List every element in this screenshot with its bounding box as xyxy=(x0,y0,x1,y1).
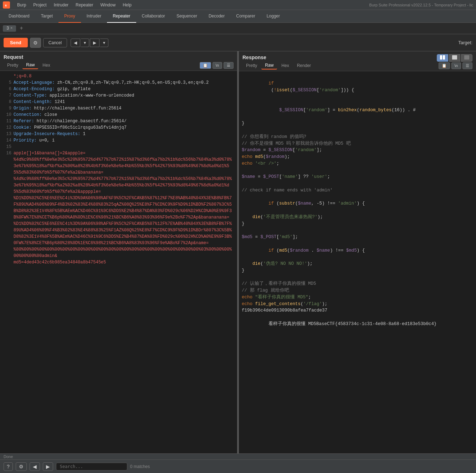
next-match-button[interactable]: ▶ xyxy=(43,462,53,471)
next-button[interactable]: ▶ xyxy=(90,38,99,47)
req-line-7: 7 Content-Type: application/x-www-form-u… xyxy=(3,92,234,99)
response-view-buttons xyxy=(437,54,472,62)
resp-line-empty3 xyxy=(242,180,473,187)
resp-line-comment5: // 那 flag 就给你吧 xyxy=(242,287,473,294)
response-tab-pretty[interactable]: Pretty xyxy=(242,62,261,69)
request-tabs: Pretty Raw Hex 📋 \n ☰ xyxy=(4,61,234,69)
req-line-body2: %4d%c9%68%ff%0e%e3%5c%20%95%72%d4%77%7b%… xyxy=(3,176,234,195)
resp-line-die1: die('不是管理员也来凑热闹?'); xyxy=(242,214,473,221)
tab-comparer[interactable]: Comparer xyxy=(230,10,261,23)
tab-repeater[interactable]: Repeater xyxy=(107,10,136,23)
svg-rect-2 xyxy=(440,55,442,60)
tab-decoder[interactable]: Decoder xyxy=(203,10,230,23)
menu-burp[interactable]: Burp xyxy=(14,1,30,9)
resp-line-comment3: // check if name ends with 'admin' xyxy=(242,187,473,194)
resp-line-comment4: // 认输了，看样子你真的很懂 MD5 xyxy=(242,281,473,287)
menu-help[interactable]: Help xyxy=(119,1,135,9)
request-tab-pretty[interactable]: Pretty xyxy=(4,62,22,69)
req-line-body6: md5=4ded43c42c6b985ea34840a8b47545e5 xyxy=(3,259,234,266)
request-icon-menu[interactable]: ☰ xyxy=(224,62,234,69)
resp-line-echo3: echo "看样子你真的很懂 MD5"; xyxy=(242,294,473,301)
cancel-button[interactable]: Cancel xyxy=(43,38,67,47)
response-panel: Response Pretty Raw Hex Render xyxy=(239,51,476,456)
target-label: Target: xyxy=(458,40,472,45)
resp-line-3: } xyxy=(242,120,473,127)
settings-bottom-button[interactable]: ⚙ xyxy=(16,462,27,471)
request-tab-hex[interactable]: Hex xyxy=(39,62,53,69)
response-icon-ln[interactable]: \n xyxy=(451,62,461,69)
menu-project[interactable]: Project xyxy=(30,1,50,9)
settings-button[interactable]: ⚙ xyxy=(30,38,41,48)
req-line-body4: %D1%DD%02%C5%E6%EE%C4i%3D%9A%06%98%AF%F9… xyxy=(3,221,234,246)
tab-sequencer[interactable]: Sequencer xyxy=(171,10,203,23)
svg-rect-5 xyxy=(464,55,469,60)
request-code-area[interactable]: *;q=0.8 5 Accept-Language: zh-CN,zh;q=0.… xyxy=(0,71,237,456)
nav-tabs: Dashboard Target Proxy Intruder Repeater… xyxy=(0,10,476,23)
resp-line-close1: } xyxy=(242,221,473,227)
burp-logo: B xyxy=(3,1,10,9)
prev-button[interactable]: ◀ xyxy=(71,38,80,47)
response-tab-render[interactable]: Render xyxy=(293,62,314,69)
app-title: Burp Suite Professional v2022.12.5 - Tem… xyxy=(369,3,473,7)
search-input[interactable] xyxy=(56,463,127,471)
repeater-tab-3[interactable]: 3 × xyxy=(3,25,16,32)
resp-line-echo2: echo '<br />'; xyxy=(242,160,473,167)
tab-proxy[interactable]: Proxy xyxy=(58,10,81,23)
tab-dashboard[interactable]: Dashboard xyxy=(3,10,35,23)
resp-line-comment2: // 你不是很懂 MD5 吗？那我就告诉你他的 MD5 吧 xyxy=(242,140,473,147)
req-line-14: 14 Priority: u=0, i xyxy=(3,137,234,144)
request-icon-ln[interactable]: \n xyxy=(213,62,222,69)
response-tab-hex[interactable]: Hex xyxy=(278,62,292,69)
req-line-9: 9 Origin: http://challenge.basectf.fun:2… xyxy=(3,105,234,112)
resp-line-empty4 xyxy=(242,227,473,234)
svg-rect-3 xyxy=(443,55,445,60)
main-content: Request Pretty Raw Hex 📋 \n ☰ *;q=0.8 5 … xyxy=(0,51,476,456)
add-tab-button[interactable]: + xyxy=(17,25,25,32)
req-line-body5: %80%00%00%00%00%00%00%00%00%00%00%00%00%… xyxy=(3,246,234,259)
response-tabs: Pretty Raw Hex Render 📋 \n ☰ xyxy=(242,62,472,70)
menu-repeater[interactable]: Repeater xyxy=(72,1,97,9)
menu-intruder[interactable]: Intruder xyxy=(50,1,72,9)
request-tab-icons: 📋 \n ☰ xyxy=(200,62,234,69)
resp-line-hash: f19b396c4de0913090b8afea7facde37 xyxy=(242,307,473,314)
req-line-cont: *;q=0.8 xyxy=(3,73,234,79)
resp-line-close2: } xyxy=(242,267,473,274)
close-tab-icon[interactable]: × xyxy=(10,26,12,30)
request-header: Request Pretty Raw Hex 📋 \n ☰ xyxy=(0,51,237,71)
send-button[interactable]: Send xyxy=(4,38,28,47)
resp-line-empty2 xyxy=(242,167,473,174)
svg-text:B: B xyxy=(5,4,7,7)
tab-intruder[interactable]: Intruder xyxy=(81,10,107,23)
req-line-8: 8 Content-Length: 1241 xyxy=(3,99,234,105)
request-icon-copy[interactable]: 📋 xyxy=(200,62,211,69)
prev-dropdown[interactable]: ▾ xyxy=(81,38,89,47)
bottom-bar: ? ⚙ ◀ ▶ 0 matches xyxy=(0,459,476,473)
svg-rect-4 xyxy=(452,55,457,60)
tab-logger[interactable]: Logger xyxy=(261,10,286,23)
request-title: Request xyxy=(4,54,234,60)
tab-target[interactable]: Target xyxy=(35,10,58,23)
view-single-icon[interactable] xyxy=(449,54,460,62)
req-line-16: 16 apple[]=1&banana[]=2&appple= xyxy=(3,150,234,156)
response-code-area[interactable]: if (!isset($_SESSION['random'])) { $_SES… xyxy=(239,71,476,456)
resp-line-echo1: echo md5($random); xyxy=(242,154,473,160)
next-dropdown[interactable]: ▾ xyxy=(100,38,108,47)
repeater-tab-bar: 3 × + xyxy=(0,23,476,34)
response-icon-menu[interactable]: ☰ xyxy=(462,62,472,69)
request-tab-raw[interactable]: Raw xyxy=(22,61,38,69)
req-line-13: 13 Upgrade-Insecure-Requests: 1 xyxy=(3,131,234,137)
status-text: Done xyxy=(4,454,13,459)
view-split-icon[interactable] xyxy=(437,54,448,62)
req-line-5: 5 Accept-Language: zh-CN,zh;q=0.8,zh-TW;… xyxy=(3,79,234,86)
help-button[interactable]: ? xyxy=(4,462,13,471)
response-tab-icons: 📋 \n ☰ xyxy=(439,62,472,69)
resp-line-empty5 xyxy=(242,274,473,281)
menu-window[interactable]: Window xyxy=(97,1,119,9)
response-icon-copy[interactable]: 📋 xyxy=(439,62,450,69)
status-bar: Done xyxy=(0,453,476,459)
view-none-icon[interactable] xyxy=(461,54,472,62)
tab-collaborator[interactable]: Collaborator xyxy=(136,10,171,23)
prev-match-button[interactable]: ◀ xyxy=(30,462,40,471)
req-line-10: 10 Connection: close xyxy=(3,112,234,118)
response-tab-raw[interactable]: Raw xyxy=(261,62,277,70)
